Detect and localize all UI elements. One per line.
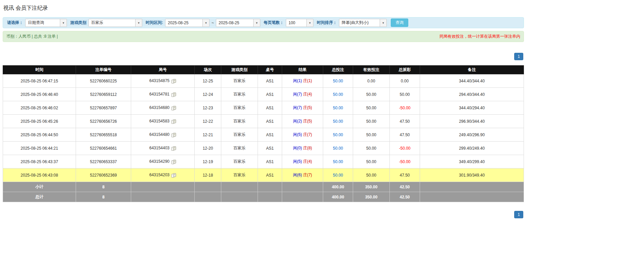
bet-records-table: 时间 注单编号 局号 场次 游戏类别 桌号 结果 总投注 有效投注 总派彩 备注… bbox=[3, 65, 524, 202]
dropdown-arrow-button[interactable]: ▾ bbox=[60, 19, 67, 27]
sort-order-select[interactable]: ▾ bbox=[339, 19, 387, 27]
payout-cell: 47.50 bbox=[390, 115, 420, 128]
chevron-down-icon: ▾ bbox=[309, 21, 311, 25]
chevron-down-icon: ▾ bbox=[205, 21, 207, 25]
empty-cell bbox=[282, 182, 323, 192]
dropdown-arrow-button[interactable]: ▾ bbox=[380, 19, 387, 27]
game-type-input[interactable] bbox=[88, 19, 136, 27]
game-type-cell: 百家乐 bbox=[221, 88, 258, 101]
round-id-value: 643154875 bbox=[149, 78, 169, 83]
result-player: 闲(0) bbox=[293, 146, 302, 150]
table-no-cell: AS1 bbox=[258, 169, 282, 182]
subtotal-row: 小计 8 400.00 350.00 42.50 bbox=[3, 182, 524, 192]
table-header: 时间 注单编号 局号 场次 游戏类别 桌号 结果 总投注 有效投注 总派彩 备注 bbox=[3, 66, 524, 74]
total-bet-link[interactable]: 50.00 bbox=[333, 79, 343, 83]
total-bet-link[interactable]: 50.00 bbox=[333, 159, 343, 164]
dropdown-arrow-button[interactable]: ▾ bbox=[254, 19, 260, 27]
game-type-select[interactable]: ▾ bbox=[88, 19, 142, 27]
search-button[interactable]: 查询 bbox=[391, 18, 408, 27]
session-cell: 12-18 bbox=[195, 169, 221, 182]
payout-value: 47.50 bbox=[400, 119, 410, 124]
chevron-down-icon: ▾ bbox=[256, 21, 258, 25]
round-detail-cards-icon[interactable] bbox=[171, 79, 176, 83]
empty-cell bbox=[420, 192, 524, 202]
total-bet-link[interactable]: 50.00 bbox=[333, 92, 343, 97]
dropdown-arrow-button[interactable]: ▾ bbox=[136, 19, 142, 27]
header-round-id: 局号 bbox=[131, 66, 195, 74]
total-bet-link[interactable]: 50.00 bbox=[333, 146, 343, 151]
bet-id-cell: 522760659112 bbox=[76, 88, 131, 101]
round-detail-cards-icon[interactable] bbox=[171, 106, 176, 110]
note-cell: 301.90/349.40 bbox=[420, 169, 524, 182]
page-size-select[interactable]: ▾ bbox=[286, 19, 313, 27]
date-type-select[interactable]: ▾ bbox=[25, 19, 67, 27]
session-cell: 12-23 bbox=[195, 101, 221, 115]
date-to-picker[interactable]: ▾ bbox=[216, 19, 260, 27]
table-no-cell: AS1 bbox=[258, 101, 282, 115]
result-player: 闲(5) bbox=[293, 132, 302, 137]
valid-bet-cell: 50.00 bbox=[353, 101, 390, 115]
round-id-cell: 643154290 bbox=[131, 155, 195, 169]
total-bet-link[interactable]: 50.00 bbox=[333, 119, 343, 124]
header-note: 备注 bbox=[420, 66, 524, 74]
date-type-input[interactable] bbox=[25, 19, 60, 27]
table-no-cell: AS1 bbox=[258, 142, 282, 155]
game-type-cell: 百家乐 bbox=[221, 74, 258, 88]
result-banker: 庄(7) bbox=[303, 173, 312, 177]
chevron-down-icon: ▾ bbox=[138, 21, 140, 25]
result-cell: 闲(1) 庄(1) bbox=[282, 74, 323, 88]
session-cell: 12-24 bbox=[195, 88, 221, 101]
round-id-value: 643154403 bbox=[149, 146, 169, 150]
date-to-input[interactable] bbox=[216, 19, 254, 27]
note-cell: 294.40/344.40 bbox=[420, 88, 524, 101]
round-detail-cards-icon[interactable] bbox=[171, 173, 176, 178]
valid-bet-cell: 50.00 bbox=[353, 88, 390, 101]
session-cell: 12-25 bbox=[195, 74, 221, 88]
session-cell: 12-21 bbox=[195, 128, 221, 142]
total-bet-cell: 50.00 bbox=[323, 128, 353, 142]
round-id-cell: 643154203 bbox=[131, 169, 195, 182]
time-cell: 2025-08-25 06:43:37 bbox=[3, 155, 76, 169]
round-detail-cards-icon[interactable] bbox=[171, 146, 176, 151]
empty-cell bbox=[221, 192, 258, 202]
total-total-bet: 400.00 bbox=[323, 192, 353, 202]
page-1-button[interactable]: 1 bbox=[514, 211, 523, 218]
page-1-button[interactable]: 1 bbox=[514, 53, 523, 60]
result-banker: 庄(5) bbox=[303, 119, 312, 123]
result-player: 闲(1) bbox=[293, 78, 302, 83]
total-bet-link[interactable]: 50.00 bbox=[333, 133, 343, 137]
empty-cell bbox=[282, 192, 323, 202]
total-count: 8 bbox=[76, 192, 131, 202]
round-id-value: 643154781 bbox=[149, 92, 169, 97]
note-cell: 296.90/344.40 bbox=[420, 115, 524, 128]
page-size-input[interactable] bbox=[286, 19, 307, 27]
time-cell: 2025-08-25 06:45:26 bbox=[3, 115, 76, 128]
empty-cell bbox=[131, 182, 195, 192]
total-bet-link[interactable]: 50.00 bbox=[333, 106, 343, 110]
round-id-cell: 643154680 bbox=[131, 101, 195, 115]
dropdown-arrow-button[interactable]: ▾ bbox=[307, 19, 313, 27]
result-player: 闲(7) bbox=[293, 92, 302, 97]
result-cell: 闲(5) 庄(4) bbox=[282, 155, 323, 169]
summary-bar: 币别：人民币 | 总共 :8 注单 | 同局有效投注，统一计算在该局第一张注单内 bbox=[3, 31, 524, 42]
total-bet-link[interactable]: 50.00 bbox=[333, 173, 343, 178]
result-player: 闲(6) bbox=[293, 173, 302, 177]
sort-order-input[interactable] bbox=[339, 19, 380, 27]
note-cell: 344.40/294.40 bbox=[420, 101, 524, 115]
round-detail-cards-icon[interactable] bbox=[171, 133, 176, 137]
table-footer: 小计 8 400.00 350.00 42.50 总计 8 4 bbox=[3, 182, 524, 202]
page-title: 视讯 会员下注纪录 bbox=[3, 5, 524, 12]
note-cell: 349.40/299.40 bbox=[420, 155, 524, 169]
page-size-label: 每页笔数： bbox=[264, 20, 284, 26]
round-detail-cards-icon[interactable] bbox=[171, 92, 176, 97]
round-detail-cards-icon[interactable] bbox=[171, 119, 176, 124]
result-banker: 庄(4) bbox=[303, 159, 312, 164]
total-payout: 42.50 bbox=[390, 192, 420, 202]
dropdown-arrow-button[interactable]: ▾ bbox=[203, 19, 210, 27]
date-from-input[interactable] bbox=[165, 19, 203, 27]
table-row: 2025-08-25 06:46:02522760657897643154680… bbox=[3, 101, 524, 115]
date-from-picker[interactable]: ▾ bbox=[165, 19, 210, 27]
table-no-cell: AS1 bbox=[258, 115, 282, 128]
header-table-no: 桌号 bbox=[258, 66, 282, 74]
round-detail-cards-icon[interactable] bbox=[171, 160, 176, 164]
